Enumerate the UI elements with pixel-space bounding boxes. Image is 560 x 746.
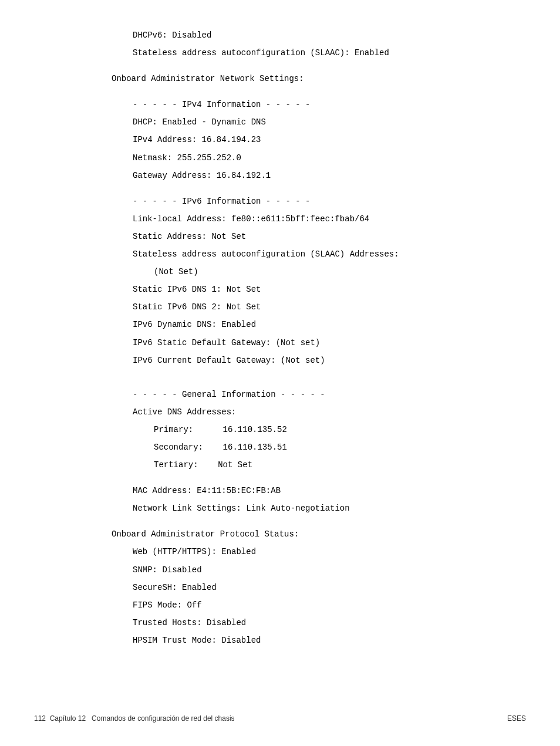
config-line: - - - - - IPv6 Information - - - - - (112, 193, 560, 210)
page-number: 112 (34, 714, 46, 723)
config-line: Link-local Address: fe80::e611:5bff:feec… (112, 210, 560, 228)
config-line: HPSIM Trust Mode: Disabled (112, 632, 560, 649)
config-line: Web (HTTP/HTTPS): Enabled (112, 543, 560, 561)
config-line: Gateway Address: 16.84.192.1 (112, 167, 560, 184)
section-header: Onboard Administrator Network Settings: (112, 70, 560, 87)
config-line: Primary: 16.110.135.52 (112, 421, 560, 438)
config-line: Stateless address autoconfiguration (SLA… (112, 44, 560, 62)
config-line: Trusted Hosts: Disabled (112, 614, 560, 632)
config-line: SecureSH: Enabled (112, 579, 560, 596)
config-line: - - - - - IPv4 Information - - - - - (112, 96, 560, 113)
page-footer: 112 Capítulo 12 Comandos de configuració… (0, 714, 560, 723)
config-line: Active DNS Addresses: (112, 403, 560, 421)
config-line: DHCP: Enabled - Dynamic DNS (112, 113, 560, 131)
config-line: MAC Address: E4:11:5B:EC:FB:AB (112, 482, 560, 499)
config-line: Stateless address autoconfiguration (SLA… (112, 245, 560, 263)
footer-right: ESES (507, 714, 526, 723)
config-line: - - - - - General Information - - - - - (112, 386, 560, 403)
config-line: (Not Set) (112, 263, 560, 281)
config-line: Secondary: 16.110.135.51 (112, 438, 560, 456)
footer-left: 112 Capítulo 12 Comandos de configuració… (34, 714, 235, 723)
config-line: IPv6 Current Default Gateway: (Not set) (112, 352, 560, 369)
config-line: Network Link Settings: Link Auto-negotia… (112, 499, 560, 517)
config-line: Tertiary: Not Set (112, 456, 560, 474)
section-header: Onboard Administrator Protocol Status: (112, 525, 560, 543)
config-line: Static IPv6 DNS 1: Not Set (112, 281, 560, 298)
config-line: SNMP: Disabled (112, 561, 560, 579)
config-line: DHCPv6: Disabled (112, 26, 560, 44)
config-line: IPv4 Address: 16.84.194.23 (112, 131, 560, 148)
config-line: FIPS Mode: Off (112, 596, 560, 614)
config-line: Netmask: 255.255.252.0 (112, 149, 560, 167)
config-line: IPv6 Dynamic DNS: Enabled (112, 316, 560, 333)
document-body: DHCPv6: Disabled Stateless address autoc… (0, 26, 560, 649)
config-line: Static Address: Not Set (112, 228, 560, 245)
chapter-title: Capítulo 12 Comandos de configuración de… (50, 714, 235, 723)
config-line: Static IPv6 DNS 2: Not Set (112, 298, 560, 316)
config-line: IPv6 Static Default Gateway: (Not set) (112, 334, 560, 352)
